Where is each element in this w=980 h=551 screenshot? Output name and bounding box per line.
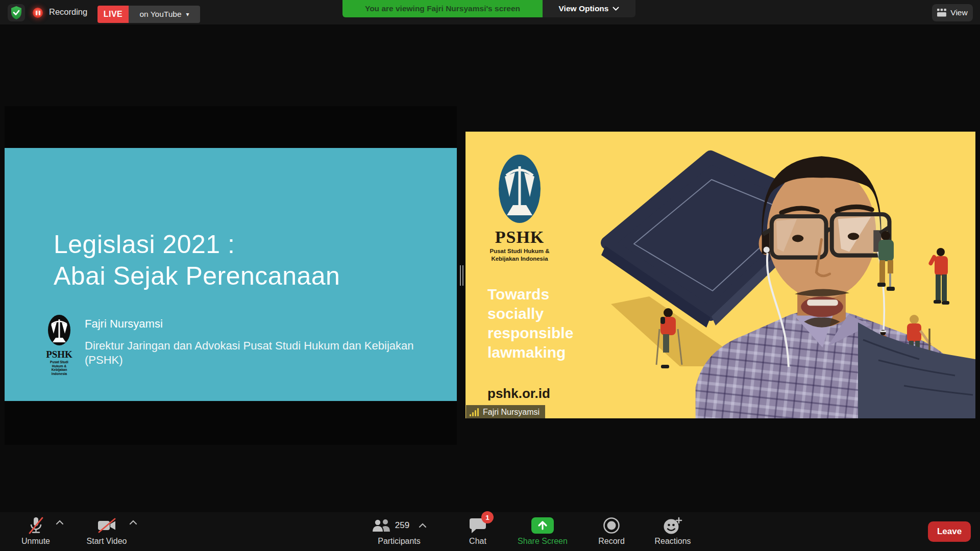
presentation-slide: Legislasi 2021 : Abai Sejak Perencanaan … — [5, 148, 457, 401]
recording-label: Recording — [49, 7, 87, 17]
tagline-line4: lawmaking — [487, 343, 573, 362]
participant-name-tag: Fajri Nursyamsi — [466, 405, 545, 418]
chat-button[interactable]: 1 Chat — [459, 512, 496, 549]
slide-title: Legislasi 2021 : Abai Sejak Perencanaan — [54, 229, 340, 292]
top-bar: Recording LIVE on YouTube ▾ You are view… — [0, 0, 980, 24]
pshk-logo-sub1: Pusat Studi Hukum & — [486, 248, 553, 255]
participants-label: Participants — [378, 537, 421, 546]
start-video-label: Start Video — [87, 537, 127, 546]
camera-off-icon — [97, 518, 116, 534]
live-dropdown-caret-icon: ▾ — [186, 11, 189, 18]
pshk-logo-text: PSHK — [486, 228, 553, 247]
slide-author-block: PSHK Pusat Studi Hukum & Kebijakan Indon… — [45, 314, 416, 375]
participants-chevron-icon[interactable] — [418, 522, 427, 529]
participant-name: Fajri Nursyamsi — [483, 408, 540, 417]
record-icon — [602, 516, 621, 535]
start-video-button[interactable]: Start Video — [72, 512, 141, 549]
chat-label: Chat — [469, 537, 486, 546]
pshk-logo-sub1: Pusat Studi Hukum & — [45, 360, 74, 368]
participants-button[interactable]: 259 Participants — [360, 512, 438, 549]
share-screen-icon — [531, 517, 554, 534]
pshk-scales-icon — [498, 154, 541, 223]
chat-unread-badge: 1 — [481, 511, 494, 523]
viewing-banner-text: You are viewing Fajri Nursyamsi's screen — [365, 4, 520, 13]
tagline-line2: socially — [487, 304, 573, 323]
record-button[interactable]: Record — [588, 512, 635, 549]
pshk-logo-sub2: Kebijakan Indonesia — [45, 368, 74, 375]
unmute-button[interactable]: Unmute — [9, 512, 62, 549]
presenter-role: Direktur Jaringan dan Advokasi Pusat Stu… — [85, 339, 416, 367]
leave-label: Leave — [937, 527, 962, 537]
view-options-label: View Options — [559, 4, 609, 13]
security-shield-button[interactable] — [8, 4, 25, 21]
slide-title-line2: Abai Sejak Perencanaan — [54, 260, 340, 292]
slide-title-line1: Legislasi 2021 : — [54, 229, 340, 260]
reactions-label: Reactions — [654, 537, 691, 546]
accessibility-figures-illustration — [858, 222, 975, 418]
panel-resize-handle[interactable] — [458, 265, 464, 286]
leave-button[interactable]: Leave — [928, 521, 971, 542]
unmute-label: Unmute — [21, 537, 50, 546]
reactions-button[interactable]: Reactions — [649, 512, 696, 549]
video-options-chevron-icon[interactable] — [129, 519, 138, 525]
encryption-shield-icon — [10, 6, 22, 20]
live-stream-control[interactable]: LIVE on YouTube ▾ — [97, 6, 200, 23]
presenter-info: Fajri Nursyamsi Direktur Jaringan dan Ad… — [85, 314, 416, 367]
zoom-meeting-window: Recording LIVE on YouTube ▾ You are view… — [0, 0, 980, 551]
view-button[interactable]: View — [932, 4, 973, 21]
tagline-line1: Towards — [487, 285, 573, 304]
brand-website: pshk.or.id — [487, 386, 550, 402]
participants-count: 259 — [395, 520, 409, 531]
recording-indicator-icon — [33, 8, 43, 18]
pshk-brand-block: PSHK Pusat Studi Hukum & Kebijakan Indon… — [486, 154, 553, 262]
share-screen-label: Share Screen — [518, 537, 568, 546]
presenter-name: Fajri Nursyamsi — [85, 317, 416, 331]
pshk-scales-icon — [47, 314, 71, 346]
shared-screen: Legislasi 2021 : Abai Sejak Perencanaan … — [5, 106, 457, 445]
live-destination-label: on YouTube — [139, 10, 181, 19]
pshk-logo-text: PSHK — [45, 349, 74, 360]
live-destination-dropdown[interactable]: on YouTube ▾ — [129, 6, 200, 23]
pshk-logo-dark: PSHK Pusat Studi Hukum & Kebijakan Indon… — [45, 314, 74, 375]
audio-level-icon — [470, 408, 479, 416]
tagline-line3: responsible — [487, 323, 573, 343]
microphone-muted-icon — [28, 516, 44, 535]
meeting-toolbar: Unmute Start Video — [0, 512, 980, 551]
record-label: Record — [598, 537, 625, 546]
share-screen-button[interactable]: Share Screen — [507, 512, 578, 549]
speaker-video-tile: PSHK Pusat Studi Hukum & Kebijakan Indon… — [465, 132, 975, 418]
gallery-view-icon — [937, 9, 946, 17]
pshk-logo-sub2: Kebijakan Indonesia — [486, 256, 553, 262]
participants-icon — [371, 518, 391, 533]
brand-tagline: Towards socially responsible lawmaking — [487, 285, 573, 362]
view-button-label: View — [950, 8, 967, 17]
live-badge: LIVE — [97, 6, 129, 23]
viewing-banner: You are viewing Fajri Nursyamsi's screen — [342, 0, 543, 17]
audio-options-chevron-icon[interactable] — [55, 519, 64, 525]
reactions-smiley-icon — [663, 516, 683, 535]
view-options-dropdown[interactable]: View Options — [543, 0, 635, 17]
chevron-down-icon — [612, 7, 619, 11]
